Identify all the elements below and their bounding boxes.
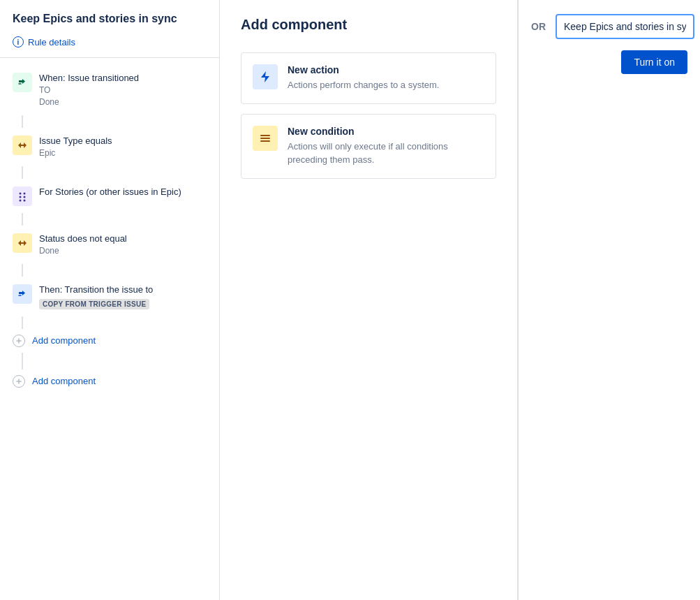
copy-from-trigger-badge: COPY FROM TRIGGER ISSUE <box>39 299 149 309</box>
workflow-item-sub1: TO <box>39 85 207 96</box>
svg-rect-9 <box>260 140 270 142</box>
workflow-item-content: For Stories (or other issues in Epic) <box>39 186 207 198</box>
then-transition-icon <box>13 284 32 304</box>
svg-point-1 <box>24 192 26 194</box>
add-component-label-1: Add component <box>32 335 96 346</box>
transition-icon <box>13 73 32 92</box>
new-condition-card[interactable]: New condition Actions will only execute … <box>241 114 496 179</box>
svg-point-5 <box>24 199 26 201</box>
workflow-item-title: When: Issue transitioned <box>39 72 207 85</box>
connector-3 <box>22 213 23 226</box>
workflow-item-content: Then: Transition the issue to COPY FROM … <box>39 284 207 309</box>
svg-point-0 <box>20 192 22 194</box>
workflow-item-title: Issue Type equals <box>39 135 207 147</box>
center-panel-title: Add component <box>241 17 496 33</box>
left-panel: Keep Epics and stories in sync i Rule de… <box>0 0 220 600</box>
center-panel: Add component New action Actions perform… <box>220 0 518 600</box>
workflow-item-sub: Done <box>39 245 207 257</box>
status-icon <box>13 233 32 253</box>
condition-icon <box>253 126 278 151</box>
svg-rect-7 <box>260 135 270 136</box>
or-label: OR <box>531 21 546 32</box>
svg-point-3 <box>24 196 26 198</box>
right-top: OR <box>531 14 687 39</box>
workflow-item-status[interactable]: Status does not equal Done <box>0 226 219 264</box>
turn-on-button[interactable]: Turn it on <box>621 50 687 74</box>
connector-4 <box>22 264 23 277</box>
rule-name-input[interactable] <box>556 14 694 39</box>
workflow-item-content: When: Issue transitioned TO Done <box>39 72 207 108</box>
action-card-desc: Actions perform changes to a system. <box>288 78 439 92</box>
rule-details-label: Rule details <box>28 37 75 47</box>
svg-point-2 <box>20 196 22 198</box>
add-circle-2 <box>13 375 25 388</box>
action-card-body: New action Actions perform changes to a … <box>288 64 439 92</box>
workflow-item-content: Status does not equal Done <box>39 233 207 257</box>
workflow-item-issue-type[interactable]: Issue Type equals Epic <box>0 128 219 166</box>
rule-details-row[interactable]: i Rule details <box>0 32 219 58</box>
workflow-list: When: Issue transitioned TO Done Issue T… <box>0 58 219 400</box>
page-title: Keep Epics and stories in sync <box>0 13 219 32</box>
connector-2 <box>22 166 23 179</box>
right-panel: OR Turn it on <box>519 0 700 600</box>
add-component-row-2[interactable]: Add component <box>0 369 219 393</box>
condition-card-title: New condition <box>288 126 484 137</box>
for-stories-icon <box>13 186 32 206</box>
add-circle-1 <box>13 335 25 347</box>
workflow-item-when-transition[interactable]: When: Issue transitioned TO Done <box>0 65 219 115</box>
workflow-item-content: Issue Type equals Epic <box>39 135 207 159</box>
issue-type-icon <box>13 136 32 155</box>
workflow-item-sub2: Done <box>39 96 207 108</box>
condition-card-body: New condition Actions will only execute … <box>288 126 484 167</box>
action-icon <box>253 64 278 89</box>
workflow-item-title: Then: Transition the issue to <box>39 284 207 296</box>
new-action-card[interactable]: New action Actions perform changes to a … <box>241 52 496 104</box>
action-card-title: New action <box>288 64 439 75</box>
svg-rect-8 <box>260 138 270 139</box>
svg-point-4 <box>20 199 22 201</box>
svg-marker-6 <box>261 71 269 82</box>
condition-card-desc: Actions will only execute if all conditi… <box>288 140 484 167</box>
workflow-item-for-stories[interactable]: For Stories (or other issues in Epic) <box>0 179 219 213</box>
connector-6 <box>22 353 23 369</box>
add-component-row-1[interactable]: Add component <box>0 329 219 353</box>
connector-1 <box>22 115 23 128</box>
add-component-label-2: Add component <box>32 376 96 386</box>
workflow-item-title: Status does not equal <box>39 233 207 245</box>
workflow-item-title: For Stories (or other issues in Epic) <box>39 186 207 198</box>
connector-5 <box>22 316 23 329</box>
info-icon: i <box>13 36 24 47</box>
workflow-item-transition[interactable]: Then: Transition the issue to COPY FROM … <box>0 277 219 316</box>
workflow-item-sub: Epic <box>39 147 207 159</box>
